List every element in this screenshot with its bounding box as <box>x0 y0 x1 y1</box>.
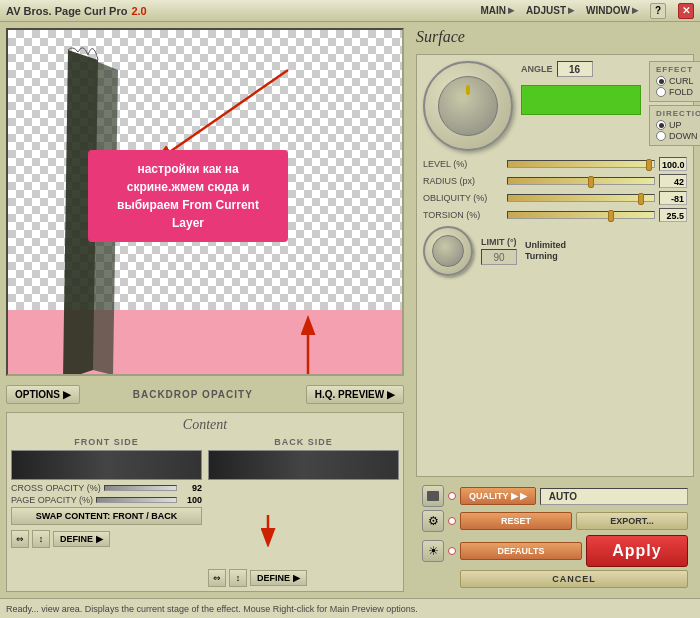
quality-button[interactable]: QUALITY ▶ ▶ <box>460 487 536 505</box>
front-define-button[interactable]: DEFINE ▶ <box>53 531 110 547</box>
angle-knob-indicator <box>466 85 470 95</box>
page-opacity-slider[interactable] <box>96 497 177 503</box>
left-panel: настройки как на скрине.жмем сюда и выби… <box>0 22 410 598</box>
back-arrow-svg <box>208 515 399 547</box>
surface-controls: ANGLE EFFECT CURL <box>416 54 694 477</box>
obliquity-value: -81 <box>659 191 687 205</box>
adjust-arrow: ▶ <box>568 6 574 15</box>
back-thumb <box>208 450 399 480</box>
direction-group: DIRECTION UP DOWN <box>649 105 700 146</box>
cross-opacity-label: CROSS OPACITY (%) <box>11 483 101 493</box>
sun-icon[interactable]: ☀ <box>422 540 444 562</box>
right-panel: Surface ANGLE <box>410 22 700 598</box>
back-define-button[interactable]: DEFINE ▶ <box>250 570 307 586</box>
surface-title: Surface <box>416 28 694 46</box>
back-side: BACK SIDE <box>208 437 399 587</box>
backdrop-label: BACKDROP OPACITY <box>86 389 300 400</box>
hq-preview-button[interactable]: H.Q. PREVIEW ▶ <box>306 385 404 404</box>
svg-rect-0 <box>8 310 402 374</box>
down-radio[interactable] <box>656 131 666 141</box>
angle-label: ANGLE <box>521 64 553 74</box>
nav-bar: MAIN ▶ ADJUST ▶ WINDOW ▶ ? ✕ <box>481 3 694 19</box>
export-button[interactable]: EXPORT... <box>576 512 688 530</box>
front-side: FRONT SIDE CROSS OPACITY (%) 92 PAGE OPA… <box>11 437 202 587</box>
defaults-dot <box>448 547 456 555</box>
quality-row: QUALITY ▶ ▶ AUTO <box>422 485 688 507</box>
options-button[interactable]: OPTIONS ▶ <box>6 385 80 404</box>
preview-controls: OPTIONS ▶ BACKDROP OPACITY H.Q. PREVIEW … <box>6 380 404 408</box>
torsion-slider[interactable] <box>507 211 655 219</box>
cancel-row: CANCEL <box>422 570 688 588</box>
torsion-knob-row: LIMIT (°) UnlimitedTurning <box>423 226 687 276</box>
tooltip-box: настройки как на скрине.жмем сюда и выби… <box>88 150 288 242</box>
fold-radio[interactable] <box>656 87 666 97</box>
content-row: FRONT SIDE CROSS OPACITY (%) 92 PAGE OPA… <box>11 437 399 587</box>
swap-content-button[interactable]: SWAP CONTENT: FRONT / BACK <box>11 507 202 525</box>
radius-slider[interactable] <box>507 177 655 185</box>
up-radio[interactable] <box>656 120 666 130</box>
reset-dot <box>448 517 456 525</box>
apply-button[interactable]: Apply <box>586 535 688 567</box>
torsion-row: TORSION (%) 25.5 <box>423 208 687 222</box>
page-opacity-value: 100 <box>180 495 202 505</box>
unlimited-label: UnlimitedTurning <box>525 240 566 262</box>
back-expand-icon[interactable]: ⇔ <box>208 569 226 587</box>
curl-radio[interactable] <box>656 76 666 86</box>
help-button[interactable]: ? <box>650 3 666 19</box>
down-radio-row: DOWN <box>656 131 700 141</box>
down-label: DOWN <box>669 131 698 141</box>
angle-input[interactable] <box>557 61 593 77</box>
angle-field-row: ANGLE <box>521 61 641 77</box>
svg-line-2 <box>158 70 288 160</box>
torsion-knob[interactable] <box>423 226 473 276</box>
radius-row: RADIUS (px) 42 <box>423 174 687 188</box>
defaults-button[interactable]: DEFAULTS <box>460 542 582 560</box>
cancel-button[interactable]: CANCEL <box>460 570 688 588</box>
angle-knob-inner <box>438 76 498 136</box>
angle-knob[interactable] <box>423 61 513 151</box>
front-up-icon[interactable]: ↕ <box>32 530 50 548</box>
obliquity-label: OBLIQUITY (%) <box>423 193 503 203</box>
level-value: 100.0 <box>659 157 687 171</box>
front-expand-icon[interactable]: ⇔ <box>11 530 29 548</box>
torsion-value: 25.5 <box>659 208 687 222</box>
limit-label: LIMIT (°) <box>481 237 517 247</box>
reset-export-row: ⚙ RESET EXPORT... <box>422 510 688 532</box>
limit-input[interactable] <box>481 249 517 265</box>
gear-icon[interactable]: ⚙ <box>422 510 444 532</box>
defaults-apply-row: ☀ DEFAULTS Apply <box>422 535 688 567</box>
close-button[interactable]: ✕ <box>678 3 694 19</box>
main-arrow: ▶ <box>508 6 514 15</box>
content-section: Content FRONT SIDE CROSS OPACITY (%) 92 … <box>6 412 404 592</box>
app-version: 2.0 <box>131 5 146 17</box>
nav-window[interactable]: WINDOW ▶ <box>586 5 638 16</box>
slider-section: LEVEL (%) 100.0 RADIUS (px) 42 OBLIQUITY… <box>423 157 687 222</box>
app-title: AV Bros. Page Curl Pro 2.0 <box>6 5 147 17</box>
effect-title: EFFECT <box>656 65 700 74</box>
obliquity-slider[interactable] <box>507 194 655 202</box>
status-text: Ready... view area. Displays the current… <box>6 604 418 614</box>
level-row: LEVEL (%) 100.0 <box>423 157 687 171</box>
nav-adjust[interactable]: ADJUST ▶ <box>526 5 574 16</box>
preview-icon[interactable] <box>422 485 444 507</box>
reset-button[interactable]: RESET <box>460 512 572 530</box>
up-radio-row: UP <box>656 120 700 130</box>
obliquity-row: OBLIQUITY (%) -81 <box>423 191 687 205</box>
effect-group: EFFECT CURL FOLD <box>649 61 700 102</box>
preview-area[interactable]: настройки как на скрине.жмем сюда и выби… <box>6 28 404 376</box>
fold-label: FOLD <box>669 87 693 97</box>
cross-opacity-slider[interactable] <box>104 485 177 491</box>
angle-row: ANGLE EFFECT CURL <box>423 61 687 151</box>
content-title: Content <box>11 417 399 433</box>
back-bottom-controls: ⇔ ↕ DEFINE ▶ <box>208 569 399 587</box>
back-side-label: BACK SIDE <box>208 437 399 447</box>
effect-direction: EFFECT CURL FOLD DIRECTION <box>649 61 700 146</box>
level-slider[interactable] <box>507 160 655 168</box>
nav-main[interactable]: MAIN ▶ <box>481 5 515 16</box>
angle-knob-container <box>423 61 513 151</box>
limit-box: LIMIT (°) <box>481 237 517 265</box>
status-bar: Ready... view area. Displays the current… <box>0 598 700 618</box>
fold-radio-row: FOLD <box>656 87 700 97</box>
front-bottom-controls: ⇔ ↕ DEFINE ▶ <box>11 530 202 548</box>
back-up-icon[interactable]: ↕ <box>229 569 247 587</box>
